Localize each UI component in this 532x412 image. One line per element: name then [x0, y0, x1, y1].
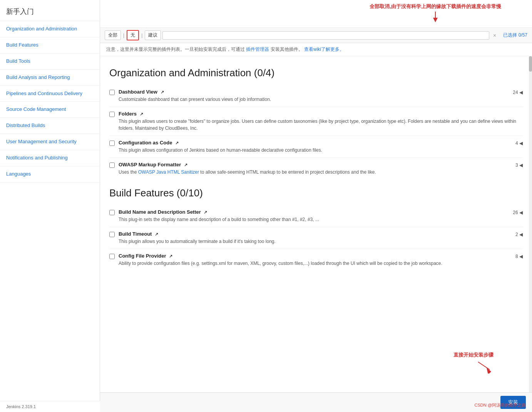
plugin-item-dashboard-view: Dashboard View ↗Customizable dashboard t…	[109, 85, 523, 107]
toolbar-divider: |	[122, 33, 125, 38]
plugin-checkbox-build-timeout[interactable]	[109, 232, 115, 237]
watermark: CSDN @阿汤哥的程序之路	[475, 402, 526, 408]
plugin-list: Organization and Administration (0/4)Das…	[100, 56, 532, 392]
section-build-features: Build Features (0/10)Build Name and Desc…	[109, 187, 523, 271]
plugin-name-config-file-provider: Config File Provider ↗	[119, 253, 511, 259]
plugin-info-build-timeout: Build Timeout ↗This plugin allows you to…	[119, 231, 511, 245]
info-bar: 注意，这里并未显示完整的插件列表。一旦初始安装完成后，可通过 插件管理器 安装其…	[100, 43, 532, 56]
plugin-item-owasp-formatter: OWASP Markup Formatter ↗Uses the OWASP J…	[109, 158, 523, 179]
plugin-desc-config-file-provider: Ability to provide configuration files (…	[119, 260, 511, 267]
svg-line-2	[478, 362, 490, 370]
plugin-checkbox-config-as-code[interactable]	[109, 141, 115, 146]
plugin-info-config-file-provider: Config File Provider ↗Ability to provide…	[119, 253, 511, 267]
sidebar-item-org-admin[interactable]: Organization and Administration	[0, 21, 100, 37]
sidebar-item-user-mgmt[interactable]: User Management and Security	[0, 134, 100, 150]
plugin-item-config-file-provider: Config File Provider ↗Ability to provide…	[109, 249, 523, 271]
sidebar-item-build-features[interactable]: Build Features	[0, 37, 100, 54]
plugin-count-owasp-formatter: 3 ◀	[515, 162, 523, 168]
annotation-area: 全部取消,由于没有科学上网的缘故下载插件的速度会非常慢	[100, 0, 532, 28]
sidebar-item-source-code[interactable]: Source Code Management	[0, 102, 100, 118]
plugin-checkbox-folders[interactable]	[109, 112, 115, 117]
plugin-checkbox-build-name-setter[interactable]	[109, 210, 115, 215]
plugin-desc-build-name-setter: This plug-in sets the display name and d…	[119, 216, 508, 223]
sidebar-title: 新手入门	[0, 0, 100, 21]
plugin-name-dashboard-view: Dashboard View ↗	[119, 89, 508, 95]
bottom-arrow-icon	[474, 360, 494, 373]
sidebar-item-distributed[interactable]: Distributed Builds	[0, 118, 100, 134]
select-all-button[interactable]: 全部	[105, 30, 121, 40]
section-org-admin: Organization and Administration (0/4)Das…	[109, 67, 523, 179]
install-bar: 安装	[100, 392, 532, 412]
plugin-link-config-file-provider[interactable]: ↗	[169, 254, 172, 258]
plugin-item-folders: Folders ↗This plugin allows users to cre…	[109, 107, 523, 136]
plugin-desc-config-as-code: This plugin allows configuration of Jenk…	[119, 147, 511, 154]
wiki-link[interactable]: 查看wiki了解更多。	[304, 47, 344, 52]
section-title-build-features: Build Features (0/10)	[109, 187, 523, 199]
annotation-top-text: 全部取消,由于没有科学上网的缘故下载插件的速度会非常慢	[370, 3, 501, 10]
plugin-manager-link[interactable]: 插件管理器	[246, 47, 269, 52]
plugin-checkbox-dashboard-view[interactable]	[109, 90, 115, 95]
toolbar-divider2: |	[141, 33, 143, 38]
section-title-org-admin: Organization and Administration (0/4)	[109, 67, 523, 79]
sidebar-item-languages[interactable]: Languages	[0, 166, 100, 183]
plugin-count-dashboard-view: 24 ◀	[513, 89, 523, 95]
search-input[interactable]	[162, 31, 489, 40]
plugin-count-config-as-code: 4 ◀	[515, 140, 523, 146]
plugin-link-dashboard-view[interactable]: ↗	[161, 90, 164, 94]
plugin-link-build-timeout[interactable]: ↗	[155, 232, 158, 236]
plugin-link-folders[interactable]: ↗	[140, 112, 143, 116]
plugin-desc-link-owasp-formatter[interactable]: OWASP Java HTML Sanitizer	[138, 169, 199, 175]
sidebar: 新手入门 Organization and AdministrationBuil…	[0, 0, 100, 412]
jenkins-version: Jenkins 2.319.1	[0, 401, 100, 412]
plugin-info-config-as-code: Configuration as Code ↗This plugin allow…	[119, 140, 511, 154]
sidebar-item-build-tools[interactable]: Build Tools	[0, 54, 100, 70]
plugin-desc-folders: This plugin allows users to create "fold…	[119, 118, 523, 132]
scrollbar-thumb[interactable]	[529, 56, 532, 72]
select-suggested-button[interactable]: 建议	[145, 30, 161, 40]
plugin-item-config-as-code: Configuration as Code ↗This plugin allow…	[109, 136, 523, 158]
plugin-desc-build-timeout: This plugin allows you to automatically …	[119, 238, 511, 245]
scrollbar-track[interactable]	[529, 56, 532, 392]
plugin-checkbox-owasp-formatter[interactable]	[109, 162, 115, 168]
plugin-link-build-name-setter[interactable]: ↗	[204, 210, 207, 214]
plugin-name-owasp-formatter: OWASP Markup Formatter ↗	[119, 162, 511, 167]
plugin-name-build-name-setter: Build Name and Description Setter ↗	[119, 209, 508, 215]
top-annotation: 全部取消,由于没有科学上网的缘故下载插件的速度会非常慢	[370, 3, 501, 23]
plugin-item-build-timeout: Build Timeout ↗This plugin allows you to…	[109, 227, 523, 249]
plugin-name-folders: Folders ↗	[119, 111, 523, 117]
plugin-name-config-as-code: Configuration as Code ↗	[119, 140, 511, 146]
selected-count: 已选择 0/57	[503, 32, 527, 39]
plugin-name-build-timeout: Build Timeout ↗	[119, 231, 511, 237]
main-content: 全部取消,由于没有科学上网的缘故下载插件的速度会非常慢 全部 | 无 | 建议 …	[100, 0, 532, 412]
plugin-info-dashboard-view: Dashboard View ↗Customizable dashboard t…	[119, 89, 508, 103]
plugin-info-build-name-setter: Build Name and Description Setter ↗This …	[119, 209, 508, 223]
plugin-count-build-name-setter: 26 ◀	[513, 209, 523, 215]
plugin-desc-dashboard-view: Customizable dashboard that can present …	[119, 96, 508, 103]
annotation-arrow-icon	[428, 12, 443, 23]
plugin-info-folders: Folders ↗This plugin allows users to cre…	[119, 111, 523, 132]
plugin-link-config-as-code[interactable]: ↗	[175, 141, 179, 145]
plugin-link-owasp-formatter[interactable]: ↗	[184, 162, 187, 167]
plugin-desc-owasp-formatter: Uses the OWASP Java HTML Sanitizer to al…	[119, 169, 511, 176]
plugin-count-build-timeout: 2 ◀	[515, 231, 523, 237]
sidebar-item-pipelines[interactable]: Pipelines and Continuous Delivery	[0, 86, 100, 102]
svg-marker-3	[487, 368, 491, 373]
plugin-count-config-file-provider: 8 ◀	[515, 253, 523, 259]
sidebar-item-build-analysis[interactable]: Build Analysis and Reporting	[0, 70, 100, 86]
select-none-button[interactable]: 无	[127, 30, 139, 40]
clear-search-button[interactable]: ×	[491, 32, 499, 39]
toolbar: 全部 | 无 | 建议 × 已选择 0/57	[100, 28, 532, 43]
bottom-annotation: 直接开始安装步骤	[453, 352, 494, 373]
svg-marker-1	[433, 18, 438, 22]
plugin-checkbox-config-file-provider[interactable]	[109, 254, 115, 259]
sidebar-item-notifications[interactable]: Notifications and Publishing	[0, 150, 100, 166]
plugin-info-owasp-formatter: OWASP Markup Formatter ↗Uses the OWASP J…	[119, 162, 511, 176]
plugin-item-build-name-setter: Build Name and Description Setter ↗This …	[109, 205, 523, 227]
